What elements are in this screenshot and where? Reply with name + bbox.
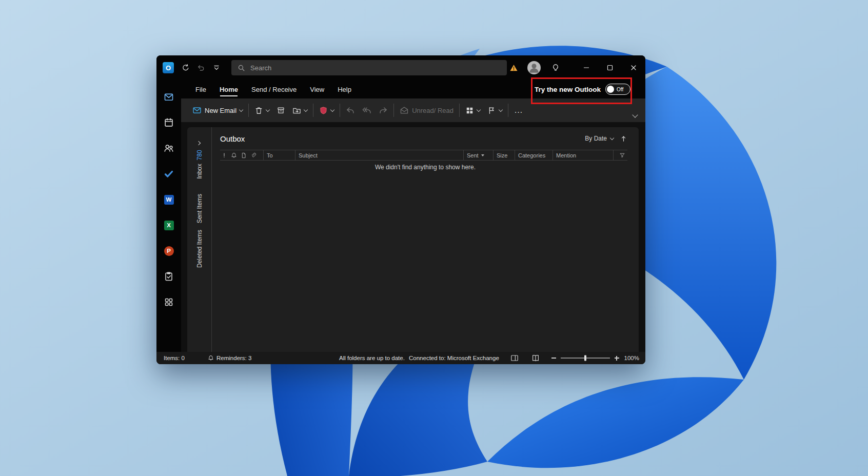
column-filter-button[interactable] [613, 150, 627, 160]
items-count: Items: 0 [164, 355, 185, 361]
move-to-button[interactable] [292, 106, 307, 115]
desktop: O [0, 0, 868, 476]
ellipsis-icon: … [514, 108, 523, 113]
reply-all-icon [362, 106, 371, 115]
rail-people-button[interactable] [156, 135, 181, 161]
customize-toolbar-chevron-icon[interactable] [210, 61, 223, 74]
folder-inbox-count: 780 [196, 150, 203, 160]
rail-powerpoint-button[interactable]: P [156, 238, 181, 264]
reply-all-button[interactable] [362, 106, 371, 115]
quick-steps-button[interactable] [465, 106, 480, 115]
rail-tasks-button[interactable] [156, 264, 181, 289]
clipboard-tasks-icon [164, 271, 174, 282]
user-avatar[interactable] [527, 61, 541, 74]
delete-button[interactable] [254, 106, 269, 115]
flag-icon [487, 106, 496, 115]
report-chevron-icon[interactable] [330, 107, 334, 111]
zoom-in-button[interactable] [615, 356, 619, 361]
quick-steps-chevron-icon[interactable] [477, 107, 481, 111]
folder-sent-label: Sent Items [196, 194, 203, 223]
forward-button[interactable] [379, 106, 388, 115]
search-box[interactable] [231, 60, 507, 75]
mail-panel: Inbox780 Sent Items Deleted Items Outbox… [187, 127, 639, 352]
layout-reading-view-button[interactable] [531, 354, 540, 362]
bell-icon [208, 355, 214, 361]
menu-send-receive[interactable]: Send / Receive [251, 80, 297, 98]
status-bar: Items: 0 Reminders: 3 All folders are up… [156, 352, 645, 364]
expand-folder-pane-button[interactable] [197, 137, 200, 147]
reminder-bell-column-icon[interactable] [231, 152, 237, 158]
flag-button[interactable] [487, 106, 502, 115]
menu-file[interactable]: File [195, 80, 206, 98]
chevron-down-icon [632, 112, 638, 117]
rail-excel-button[interactable]: X [156, 212, 181, 238]
folder-deleted-items[interactable]: Deleted Items [196, 230, 203, 268]
zoom-slider[interactable] [561, 358, 610, 359]
menu-home[interactable]: Home [220, 80, 238, 98]
flag-chevron-icon[interactable] [499, 107, 503, 111]
column-subject[interactable]: Subject [295, 150, 463, 160]
toggle-state-label: Off [617, 87, 623, 92]
reply-button[interactable] [346, 106, 355, 115]
word-icon: W [164, 195, 174, 205]
people-icon [164, 143, 174, 153]
minimize-button[interactable] [575, 55, 598, 80]
filter-funnel-icon [619, 152, 625, 158]
folder-sent-items[interactable]: Sent Items [196, 194, 203, 223]
lightbulb-tips-icon[interactable] [549, 61, 562, 74]
sort-direction-button[interactable] [620, 135, 627, 143]
column-size[interactable]: Size [493, 150, 515, 160]
column-sent[interactable]: Sent [463, 150, 493, 160]
reminders-status[interactable]: Reminders: 3 [208, 355, 251, 361]
rail-mail-button[interactable] [156, 84, 181, 110]
more-commands-button[interactable]: … [514, 108, 523, 113]
close-button[interactable] [622, 55, 645, 80]
sort-by-dropdown[interactable]: By Date [585, 135, 614, 142]
search-input[interactable] [249, 64, 477, 72]
zoom-level[interactable]: 100% [624, 355, 639, 361]
move-to-chevron-icon[interactable] [304, 107, 308, 111]
new-email-button[interactable]: New Email [192, 106, 243, 115]
item-type-icon[interactable] [241, 152, 247, 158]
rail-word-button[interactable]: W [156, 187, 181, 212]
column-mention[interactable]: Mention [553, 150, 613, 160]
mail-icon [164, 92, 174, 102]
importance-icon[interactable] [221, 152, 227, 158]
collapse-ribbon-button[interactable] [633, 111, 637, 118]
column-icons [220, 150, 263, 160]
arrow-up-icon [620, 135, 627, 143]
attachment-paperclip-icon[interactable] [250, 152, 257, 158]
report-button[interactable] [319, 106, 334, 115]
ribbon-divider [340, 104, 340, 117]
delete-chevron-icon[interactable] [266, 107, 270, 111]
maximize-button[interactable] [598, 55, 622, 80]
connection-status: Connected to: Microsoft Exchange [409, 355, 499, 361]
new-outlook-toggle[interactable]: Off [605, 84, 630, 95]
todo-check-icon [164, 169, 174, 179]
folder-inbox[interactable]: Inbox780 [196, 150, 203, 179]
outlook-app-icon: O [163, 62, 174, 73]
column-categories[interactable]: Categories [515, 150, 553, 160]
send-receive-refresh-icon[interactable] [179, 61, 192, 74]
unread-read-button[interactable]: Unread/ Read [400, 106, 453, 115]
rail-calendar-button[interactable] [156, 110, 181, 135]
zoom-out-button[interactable] [551, 358, 556, 359]
layout-normal-view-button[interactable] [510, 354, 519, 362]
zoom-slider-handle[interactable] [584, 355, 586, 361]
warning-icon[interactable] [507, 61, 520, 74]
trash-icon [254, 106, 263, 115]
rail-more-apps-button[interactable] [156, 289, 181, 315]
menu-view[interactable]: View [310, 80, 324, 98]
rail-todo-button[interactable] [156, 161, 181, 187]
archive-button[interactable] [277, 106, 285, 115]
folders-up-to-date-status: All folders are up to date. [339, 355, 405, 361]
column-to[interactable]: To [263, 150, 295, 160]
try-new-outlook-group: Try the new Outlook Off [535, 80, 630, 98]
chevron-right-icon [196, 141, 201, 145]
menu-help[interactable]: Help [338, 80, 351, 98]
new-email-chevron-icon[interactable] [239, 107, 243, 111]
undo-icon[interactable] [194, 61, 208, 74]
quick-steps-grid-icon [465, 106, 474, 115]
reply-icon [346, 106, 355, 115]
titlebar-right-group [507, 55, 645, 80]
